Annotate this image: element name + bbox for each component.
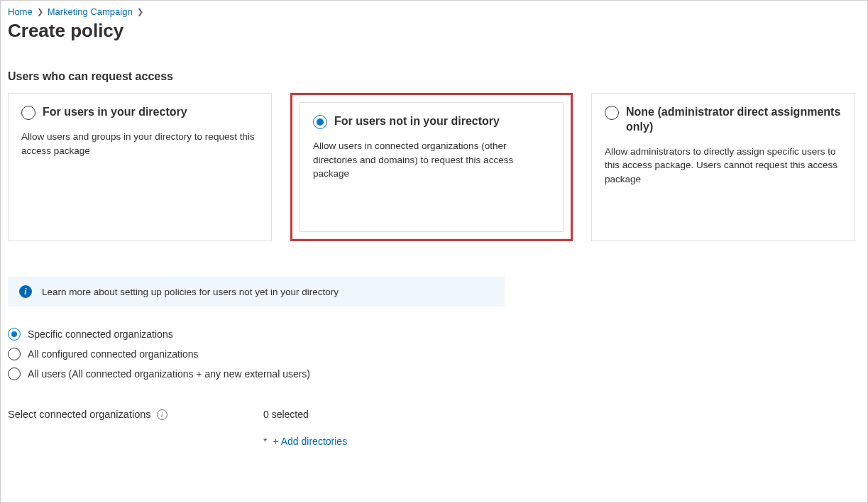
radio-icon <box>313 115 327 129</box>
card-title: For users not in your directory <box>334 114 500 129</box>
breadcrumb: Home ❯ Marketing Campaign ❯ <box>8 6 860 17</box>
connected-orgs-count: 0 selected <box>263 409 347 420</box>
radio-label: Specific connected organizations <box>28 328 173 340</box>
scope-radio-group: Specific connected organizations All con… <box>8 328 860 380</box>
connected-orgs-label: Select connected organizations <box>8 409 151 420</box>
info-banner-text: Learn more about setting up policies for… <box>42 287 339 297</box>
radio-all-configured-orgs[interactable]: All configured connected organizations <box>8 348 860 360</box>
request-access-cards: For users in your directory Allow users … <box>8 93 860 241</box>
help-icon[interactable]: i <box>157 409 167 420</box>
radio-label: All users (All connected organizations +… <box>28 368 310 380</box>
card-title: For users in your directory <box>43 105 187 120</box>
radio-icon <box>8 328 21 341</box>
card-description: Allow administrators to directly assign … <box>605 145 842 187</box>
card-users-in-directory[interactable]: For users in your directory Allow users … <box>8 93 272 241</box>
radio-icon <box>21 106 35 120</box>
info-icon: i <box>19 285 32 298</box>
radio-icon <box>8 348 21 360</box>
card-description: Allow users in connected organizations (… <box>313 139 550 181</box>
page-title: Create policy <box>8 20 860 42</box>
card-users-not-in-directory[interactable]: For users not in your directory Allow us… <box>290 93 573 241</box>
add-directories-link[interactable]: + Add directories <box>273 436 347 447</box>
info-banner[interactable]: i Learn more about setting up policies f… <box>8 277 505 306</box>
connected-orgs-section: Select connected organizations i 0 selec… <box>8 409 860 447</box>
chevron-right-icon: ❯ <box>137 7 143 16</box>
section-users-label: Users who can request access <box>8 70 860 83</box>
card-title: None (administrator direct assignments o… <box>626 105 842 135</box>
chevron-right-icon: ❯ <box>37 7 43 16</box>
radio-specific-connected-orgs[interactable]: Specific connected organizations <box>8 328 860 341</box>
card-description: Allow users and groups in your directory… <box>21 130 258 157</box>
card-none-admin-only[interactable]: None (administrator direct assignments o… <box>591 93 855 241</box>
radio-label: All configured connected organizations <box>28 348 199 360</box>
breadcrumb-home[interactable]: Home <box>8 6 33 17</box>
required-indicator: * <box>263 436 267 447</box>
radio-all-users[interactable]: All users (All connected organizations +… <box>8 367 860 380</box>
radio-icon <box>8 367 21 380</box>
radio-icon <box>605 106 619 120</box>
breadcrumb-campaign[interactable]: Marketing Campaign <box>48 6 133 17</box>
